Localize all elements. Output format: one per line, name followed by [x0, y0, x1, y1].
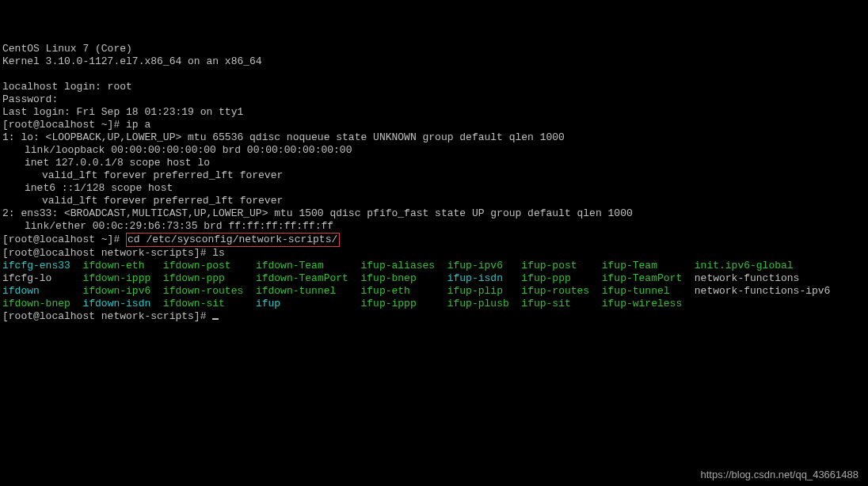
ip-ens-link: link/ether 00:0c:29:b6:73:35 brd ff:ff:f… [2, 220, 866, 233]
file-network-functions: network-functions [695, 272, 800, 284]
file-ifup-plip: ifup-plip [447, 285, 522, 297]
file-ifdown-ippp: ifdown-ippp [82, 272, 162, 284]
file-ifdown-ipv6: ifdown-ipv6 [82, 285, 162, 297]
file-ifup-bnep: ifup-bnep [361, 272, 447, 284]
banner-line-1: CentOS Linux 7 (Core) [2, 43, 866, 55]
file-ifup-post: ifup-post [521, 260, 601, 271]
prompt-final[interactable]: [root@localhost network-scripts]# [2, 310, 866, 323]
file-init-ipv6-global: init.ipv6-global [695, 260, 794, 271]
ls-row-4: ifdown-bnep ifdown-isdn ifdown-sit ifup … [2, 298, 866, 310]
prompt-final-text: [root@localhost network-scripts]# [2, 310, 212, 322]
file-ifup-ipv6: ifup-ipv6 [447, 260, 522, 271]
file-ifup: ifup [256, 298, 361, 309]
ip-lo-inet: inet 127.0.0.1/8 scope host lo [2, 157, 866, 169]
prompt-ls[interactable]: [root@localhost network-scripts]# ls [2, 247, 866, 260]
file-ifup-aliases: ifup-aliases [361, 260, 447, 271]
login-prompt: localhost login: root [2, 81, 866, 93]
file-ifdown-post: ifdown-post [163, 260, 256, 271]
file-ifdown-teamport: ifdown-TeamPort [256, 272, 361, 284]
file-network-functions-ipv6: network-functions-ipv6 [695, 285, 831, 297]
file-ifdown-ppp: ifdown-ppp [163, 272, 256, 284]
ip-lo-header: 1: lo: <LOOPBACK,UP,LOWER_UP> mtu 65536 … [2, 131, 866, 144]
ls-row-3: ifdown ifdown-ipv6 ifdown-routes ifdown-… [2, 285, 866, 298]
ls-row-2: ifcfg-lo ifdown-ippp ifdown-ppp ifdown-T… [2, 272, 866, 285]
prompt-cd-prefix: [root@localhost ~]# [2, 234, 126, 245]
file-ifup-eth: ifup-eth [361, 285, 447, 297]
file-ifup-team: ifup-Team [602, 260, 695, 271]
file-ifdown: ifdown [2, 285, 82, 297]
file-ifcfg-ens33: ifcfg-ens33 [2, 260, 82, 271]
file-ifdown-tunnel: ifdown-tunnel [256, 285, 361, 297]
watermark: https://blog.csdn.net/qq_43661488 [701, 469, 859, 481]
file-ifup-teamport: ifup-TeamPort [602, 272, 695, 284]
file-ifdown-bnep: ifdown-bnep [2, 298, 82, 309]
file-ifup-ippp: ifup-ippp [361, 298, 447, 309]
banner-line-2: Kernel 3.10.0-1127.el7.x86_64 on an x86_… [2, 55, 866, 68]
file-ifup-sit: ifup-sit [521, 298, 601, 309]
file-ifup-routes: ifup-routes [521, 285, 601, 297]
ip-lo-valid2: valid_lft forever preferred_lft forever [2, 195, 866, 207]
ip-lo-inet6: inet6 ::1/128 scope host [2, 182, 866, 195]
last-login: Last login: Fri Sep 18 01:23:19 on tty1 [2, 106, 866, 119]
file-ifdown-sit: ifdown-sit [163, 298, 256, 309]
highlighted-cd-command: cd /etc/sysconfig/network-scripts/ [126, 233, 340, 247]
file-ifdown-isdn: ifdown-isdn [82, 298, 162, 309]
ip-ens-header: 2: ens33: <BROADCAST,MULTICAST,UP,LOWER_… [2, 207, 866, 220]
file-ifup-ppp: ifup-ppp [521, 272, 601, 284]
ip-lo-link: link/loopback 00:00:00:00:00:00 brd 00:0… [2, 144, 866, 157]
cursor [212, 318, 219, 320]
file-ifup-plusb: ifup-plusb [447, 298, 522, 309]
ls-row-1: ifcfg-ens33 ifdown-eth ifdown-post ifdow… [2, 260, 866, 272]
prompt-ip-a[interactable]: [root@localhost ~]# ip a [2, 119, 866, 131]
file-ifdown-routes: ifdown-routes [163, 285, 256, 297]
prompt-cd[interactable]: [root@localhost ~]# cd /etc/sysconfig/ne… [2, 233, 866, 247]
password-prompt: Password: [2, 93, 866, 106]
file-ifup-tunnel: ifup-tunnel [602, 285, 695, 297]
file-ifdown-team: ifdown-Team [256, 260, 361, 271]
file-ifcfg-lo: ifcfg-lo [2, 272, 82, 284]
file-ifdown-eth: ifdown-eth [82, 260, 162, 271]
file-ifup-wireless: ifup-wireless [602, 298, 682, 309]
file-ifup-isdn: ifup-isdn [447, 272, 522, 284]
ip-lo-valid: valid_lft forever preferred_lft forever [2, 169, 866, 182]
